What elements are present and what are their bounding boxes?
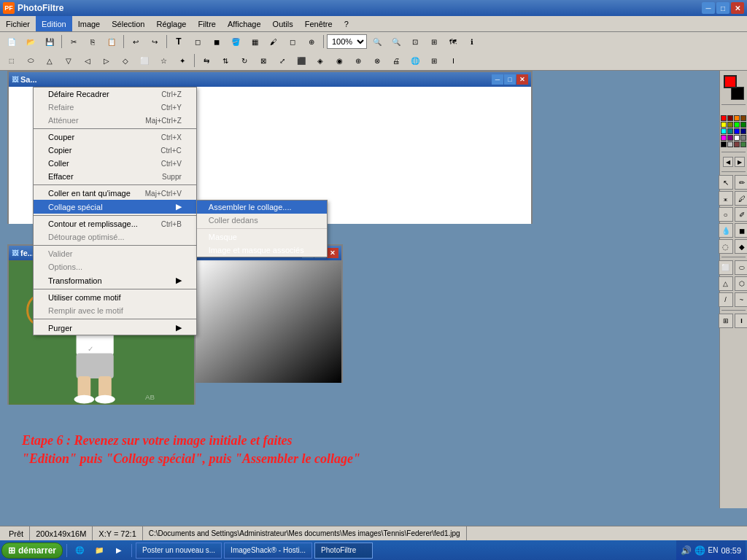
palette-color-swatch[interactable] bbox=[727, 135, 733, 141]
tb-select-tri[interactable]: △ bbox=[41, 52, 58, 69]
start-button[interactable]: ⊞ démarrer bbox=[1, 542, 63, 559]
palette-color-swatch[interactable] bbox=[740, 122, 746, 128]
nav-right[interactable]: ▶ bbox=[735, 157, 745, 167]
palette-color-swatch[interactable] bbox=[740, 115, 746, 121]
submenu-image-masque[interactable]: Image et masque associés bbox=[197, 244, 327, 257]
menu-help[interactable]: ? bbox=[338, 16, 355, 31]
tool-type[interactable]: I bbox=[735, 314, 748, 328]
tb-rotate[interactable]: ↻ bbox=[236, 52, 253, 69]
tb-clone[interactable]: ⊕ bbox=[303, 34, 320, 50]
palette-color-swatch[interactable] bbox=[740, 128, 746, 134]
tb-crop[interactable]: ⊠ bbox=[255, 52, 272, 69]
fg-color-swatch[interactable] bbox=[724, 75, 737, 88]
tb-select-dia[interactable]: ◇ bbox=[117, 52, 134, 69]
tb-paste[interactable]: 📋 bbox=[103, 34, 120, 50]
tool-curve[interactable]: ~ bbox=[735, 292, 748, 307]
tb-effect4[interactable]: ⊗ bbox=[368, 52, 386, 69]
menu-affichage[interactable]: Affichage bbox=[222, 16, 267, 31]
tb-fit[interactable]: ⊡ bbox=[406, 34, 424, 50]
tool-bucket2[interactable]: ◼ bbox=[735, 223, 748, 238]
tool-pointer[interactable]: ↖ bbox=[719, 175, 733, 190]
tb-select-star[interactable]: ☆ bbox=[155, 52, 172, 69]
tb-zoom-out[interactable]: 🔍 bbox=[368, 34, 386, 50]
tool-line[interactable]: / bbox=[719, 292, 733, 307]
tool-lasso[interactable]: ✏ bbox=[735, 175, 748, 190]
menu-filtre[interactable]: Filtre bbox=[192, 16, 221, 31]
taskbar-item-poster[interactable]: Poster un nouveau s... bbox=[136, 542, 222, 559]
palette-color-swatch[interactable] bbox=[740, 135, 746, 141]
submenu-masque[interactable]: Masque bbox=[197, 230, 327, 244]
tool-poly-outline[interactable]: ⬡ bbox=[735, 276, 748, 291]
tool-sharpen[interactable]: ◆ bbox=[735, 239, 748, 254]
tool-triangle-outline[interactable]: △ bbox=[719, 276, 733, 291]
palette-color-swatch[interactable] bbox=[721, 115, 727, 121]
inner-max-main[interactable]: □ bbox=[504, 74, 516, 85]
tb-web[interactable]: 🌐 bbox=[406, 52, 424, 69]
tb-misc1[interactable]: ⊞ bbox=[425, 52, 443, 69]
quicklaunch-media[interactable]: ▶ bbox=[110, 542, 128, 559]
tb-effect3[interactable]: ⊕ bbox=[349, 52, 367, 69]
palette-color-swatch[interactable] bbox=[734, 115, 740, 121]
menu-edition[interactable]: Edition bbox=[36, 16, 72, 31]
palette-color-swatch[interactable] bbox=[734, 141, 740, 147]
tb-select-tri2[interactable]: ▽ bbox=[60, 52, 77, 69]
inner-close-main[interactable]: ✕ bbox=[516, 74, 528, 85]
tb-undo[interactable]: ↩ bbox=[127, 34, 144, 50]
inner-min-main[interactable]: ─ bbox=[492, 74, 503, 85]
palette-color-swatch[interactable] bbox=[740, 141, 746, 147]
menu-coller-image[interactable]: Coller en tant qu'image Maj+Ctrl+V bbox=[34, 187, 196, 200]
tb-gradient[interactable]: ▦ bbox=[246, 34, 263, 50]
palette-color-swatch[interactable] bbox=[721, 135, 727, 141]
tb-select-rnd[interactable]: ⬜ bbox=[136, 52, 153, 69]
palette-color-swatch[interactable] bbox=[734, 122, 740, 128]
menu-outils[interactable]: Outils bbox=[267, 16, 299, 31]
maximize-button[interactable]: □ bbox=[716, 2, 729, 14]
menu-copier[interactable]: Copier Ctrl+C bbox=[34, 144, 196, 157]
palette-color-swatch[interactable] bbox=[721, 128, 727, 134]
palette-color-swatch[interactable] bbox=[727, 115, 733, 121]
tb-full[interactable]: ⊞ bbox=[425, 34, 443, 50]
menu-image[interactable]: Image bbox=[72, 16, 107, 31]
tool-blur[interactable]: ◌ bbox=[719, 239, 733, 254]
tool-magic-wand[interactable]: ⁎ bbox=[719, 191, 733, 206]
tb-shape1[interactable]: ◻ bbox=[189, 34, 206, 50]
tool-brush-sm[interactable]: ○ bbox=[719, 207, 733, 222]
palette-color-swatch[interactable] bbox=[721, 141, 727, 147]
tb-new[interactable]: 📄 bbox=[3, 34, 20, 50]
minimize-button[interactable]: ─ bbox=[702, 2, 715, 14]
nav-left[interactable]: ◀ bbox=[723, 157, 733, 167]
tb-fill[interactable]: 🪣 bbox=[227, 34, 244, 50]
tb-flip-h[interactable]: ⇆ bbox=[198, 52, 215, 69]
menu-selection[interactable]: Sélection bbox=[106, 16, 150, 31]
menu-fenetre[interactable]: Fenêtre bbox=[299, 16, 338, 31]
menu-coller[interactable]: Coller Ctrl+V bbox=[34, 157, 196, 170]
tb-canvas[interactable]: ⬛ bbox=[293, 52, 310, 69]
quicklaunch-ie[interactable]: 🌐 bbox=[71, 542, 88, 559]
menu-couper[interactable]: Couper Ctrl+X bbox=[34, 131, 196, 144]
menu-effacer[interactable]: Effacer Suppr bbox=[34, 170, 196, 183]
tool-pencil[interactable]: ✐ bbox=[735, 207, 748, 222]
tb-brush[interactable]: 🖌 bbox=[265, 34, 282, 50]
taskbar-item-photofiltre[interactable]: PhotoFiltre bbox=[314, 542, 373, 559]
inner-close-fed[interactable]: ✕ bbox=[327, 248, 338, 258]
menu-purger[interactable]: Purger ▶ bbox=[34, 321, 196, 335]
tb-open[interactable]: 📂 bbox=[22, 34, 39, 50]
tb-select-custom[interactable]: ✦ bbox=[174, 52, 191, 69]
tool-stamp[interactable]: ⊞ bbox=[719, 314, 733, 328]
tb-select-tri3[interactable]: ◁ bbox=[79, 52, 96, 69]
tool-dropper[interactable]: 💧 bbox=[719, 223, 733, 238]
tb-cut[interactable]: ✂ bbox=[65, 34, 82, 50]
tb-zoom-in[interactable]: 🔍 bbox=[387, 34, 405, 50]
menu-reglage[interactable]: Réglage bbox=[151, 16, 193, 31]
menu-fichier[interactable]: Fichier bbox=[0, 16, 36, 31]
menu-utiliser-motif[interactable]: Utiliser comme motif bbox=[34, 291, 196, 304]
tb-info[interactable]: ℹ bbox=[463, 34, 481, 50]
tb-select-rect[interactable]: ⬚ bbox=[3, 52, 20, 69]
submenu-assembler[interactable]: Assembler le collage.... bbox=[197, 201, 327, 214]
tb-select-tri4[interactable]: ▷ bbox=[98, 52, 115, 69]
palette-color-swatch[interactable] bbox=[727, 141, 733, 147]
tb-resize[interactable]: ⤢ bbox=[274, 52, 291, 69]
tb-shape2[interactable]: ◼ bbox=[208, 34, 225, 50]
menu-defaire[interactable]: Défaire Recadrer Ctrl+Z bbox=[34, 88, 196, 101]
zoom-select[interactable]: 100% 50% 200% bbox=[327, 34, 367, 49]
